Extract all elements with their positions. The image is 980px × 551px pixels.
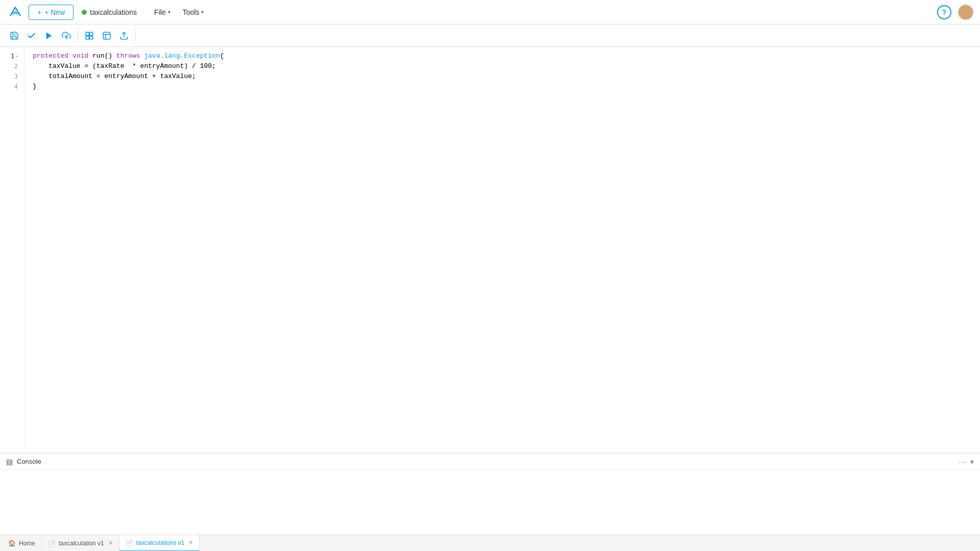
svg-rect-3 [90,32,93,35]
export-button[interactable] [116,28,132,44]
console-header: ▤ Console ··· ▾ [0,454,980,470]
run-button[interactable] [41,28,57,44]
file-status-dot [82,10,87,15]
svg-rect-5 [90,36,93,39]
code-line-3: totalAmount = entryAmount + taxValue; [33,71,972,82]
tab-icon-2: 📄 [126,539,133,546]
main-content: 1 ▾ 2 3 4 protected void run() throws ja… [0,47,980,535]
check-icon [27,31,36,40]
code-line-2: taxValue = (taxRate * entryAmount) / 100… [33,61,972,71]
line-num-1: 1 ▾ [0,51,24,61]
compare-button[interactable] [81,28,97,44]
deploy-button[interactable] [58,28,75,44]
nav-right: ? [937,4,974,20]
diff-button[interactable] [99,28,115,44]
line-num-2: 2 [0,61,24,71]
nav-menu-tools[interactable]: Tools ▾ [178,5,209,19]
app-logo[interactable] [6,3,24,21]
toolbar-sep-2 [135,30,136,42]
new-button-plus: + [37,8,41,16]
tools-menu-chevron: ▾ [201,9,204,15]
line-numbers: 1 ▾ 2 3 4 [0,47,24,453]
line-num-3: 3 [0,71,24,82]
home-icon: 🏠 [8,540,16,547]
file-menu-chevron: ▾ [168,9,170,15]
new-button[interactable]: + + New [29,5,74,20]
deploy-icon [62,31,71,40]
console-expand-button[interactable]: ▾ [970,458,974,466]
tab-label-1: taxcalculation v1 [59,540,104,547]
run-icon [44,31,54,40]
new-button-label: + New [44,8,65,16]
fold-icon-1[interactable]: ▾ [15,54,18,59]
help-button[interactable]: ? [937,5,951,19]
tab-taxcalculation-v1[interactable]: 📄 taxcalculation v1 ✕ [42,535,119,552]
code-content[interactable]: protected void run() throws java.lang.Ex… [24,47,980,453]
line-num-4: 4 [0,82,24,92]
console-icon: ▤ [6,458,13,466]
token-throws: throws [116,51,140,61]
toolbar-sep-1 [78,30,78,42]
avatar-image [958,4,974,20]
nav-menu: File ▾ Tools ▾ [149,5,209,19]
user-avatar[interactable] [958,4,974,20]
tab-close-1[interactable]: ✕ [108,540,113,546]
svg-rect-6 [103,32,110,39]
home-tab-label: Home [19,540,35,547]
token-protected: protected [33,51,68,61]
code-line-1: protected void run() throws java.lang.Ex… [33,51,972,61]
compare-icon [85,31,94,40]
export-icon [119,31,129,40]
tab-label-2: taxcalculations v1 [136,539,185,546]
tab-taxcalculations-v1[interactable]: 📄 taxcalculations v1 ✕ [119,535,200,552]
diff-icon [102,31,111,40]
tab-bar: 🏠 Home 📄 taxcalculation v1 ✕ 📄 taxcalcul… [0,535,980,551]
file-indicator: taxcalculations [82,8,137,16]
file-name: taxcalculations [90,8,137,16]
check-button[interactable] [23,28,40,44]
token-exception: java.lang.Exception [144,51,219,61]
nav-menu-file[interactable]: File ▾ [149,5,176,19]
svg-rect-2 [86,32,89,35]
svg-rect-4 [86,36,89,39]
tab-icon-1: 📄 [48,540,56,547]
toolbar [0,24,980,47]
token-void: void [72,51,88,61]
tab-home[interactable]: 🏠 Home [2,535,42,552]
tab-close-2[interactable]: ✕ [188,539,193,546]
console-panel: ▤ Console ··· ▾ [0,453,980,535]
console-body [0,470,980,535]
code-area: 1 ▾ 2 3 4 protected void run() throws ja… [0,47,980,453]
navbar: + + New taxcalculations File ▾ Tools ▾ ? [0,0,980,24]
code-line-4: } [33,82,972,92]
svg-marker-0 [46,32,52,39]
save-icon [10,31,19,40]
save-button[interactable] [6,28,22,44]
console-title: Console [17,458,954,465]
code-editor[interactable]: 1 ▾ 2 3 4 protected void run() throws ja… [0,47,980,453]
console-menu-button[interactable]: ··· [959,458,966,466]
